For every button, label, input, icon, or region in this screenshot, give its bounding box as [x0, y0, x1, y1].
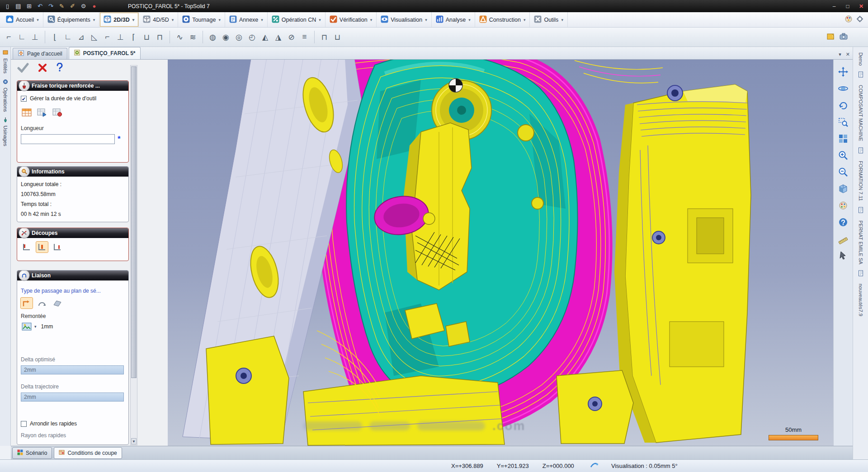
touch-mode-icon[interactable] — [844, 15, 853, 24]
tool-section-header[interactable]: Fraise torique renforcée ... — [17, 81, 128, 91]
liaison-header[interactable]: Liaison — [17, 271, 128, 280]
link-plane-icon[interactable] — [52, 298, 63, 308]
ribbon-tab-tools[interactable]: Outils▾ — [530, 12, 567, 27]
undo-icon[interactable]: ↶ — [35, 2, 45, 10]
ribbon-tab-verification[interactable]: Vérification▾ — [326, 12, 377, 27]
measure-icon[interactable] — [837, 233, 849, 245]
cam-tool-icon[interactable]: ∿ — [174, 30, 186, 44]
cam-tool-icon[interactable]: ∟ — [62, 30, 74, 44]
cam-tool-icon[interactable]: ∟ — [16, 30, 28, 44]
strip-tab-nouveautes[interactable]: nouveautés7.9 — [858, 284, 863, 316]
cam-tool-icon[interactable]: ≡ — [298, 30, 311, 44]
cut-full-icon[interactable] — [36, 242, 48, 252]
chevron-down-icon[interactable]: ▾ — [425, 18, 427, 22]
render-style-icon[interactable] — [837, 200, 849, 211]
chevron-down-icon[interactable]: ▾ — [172, 18, 174, 22]
cut-end-icon[interactable] — [52, 242, 63, 252]
save-icon[interactable]: ⊞ — [24, 2, 34, 10]
select-cursor-icon[interactable] — [837, 250, 849, 262]
link-direct-icon[interactable] — [21, 298, 33, 308]
redo-icon[interactable]: ↷ — [46, 2, 56, 10]
cam-tool-icon[interactable]: ⊔ — [331, 30, 344, 44]
chevron-down-icon[interactable]: ▾ — [132, 18, 135, 22]
ribbon-tab-equipment[interactable]: Équipements▾ — [43, 12, 100, 27]
chevron-down-icon[interactable]: ▾ — [93, 18, 95, 22]
cam-tool-icon[interactable]: ⊓ — [154, 30, 166, 44]
cam-tool-icon[interactable]: ⌈ — [127, 30, 140, 44]
ribbon-tab-home[interactable]: Accueil▾ — [2, 12, 43, 27]
close-tab-icon[interactable]: ✕ — [846, 51, 850, 57]
tool-copy-icon[interactable] — [52, 107, 63, 118]
3d-viewport-canvas[interactable] — [168, 60, 833, 446]
tab-scenario[interactable]: Scénario — [12, 447, 52, 459]
tool-table-icon[interactable] — [21, 107, 33, 118]
sidebar-tab-usinages[interactable]: Usinages — [3, 117, 8, 146]
tool-edit-icon[interactable] — [36, 107, 48, 118]
edit-icon[interactable]: ✎ — [57, 2, 66, 10]
tool-life-checkbox[interactable]: ✔ — [21, 96, 27, 102]
cam-tool-icon[interactable]: ◺ — [88, 30, 100, 44]
chevron-down-icon[interactable]: ▾ — [218, 18, 221, 22]
chevron-down-icon[interactable]: ▾ — [34, 324, 37, 329]
3d-viewport[interactable]: .com 50mm — [168, 60, 833, 446]
tab-list-icon[interactable]: ▾ — [839, 51, 841, 57]
zoom-window-icon[interactable] — [837, 116, 849, 128]
ribbon-tab-nc-operation[interactable]: Opération CN▾ — [268, 12, 326, 27]
ribbon-tab-milling-2d3d[interactable]: 2D/3D▾ — [99, 12, 139, 27]
cam-tool-icon[interactable]: ⊘ — [285, 30, 297, 44]
chevron-down-icon[interactable]: ▾ — [561, 18, 563, 22]
cam-tool-icon[interactable]: ◍ — [207, 30, 219, 44]
ribbon-tab-turning[interactable]: Tournage▾ — [178, 12, 225, 27]
passage-type-link[interactable]: Type de passage au plan de sé... — [21, 288, 125, 294]
cam-tool-icon[interactable]: ⌊ — [49, 30, 61, 44]
chevron-down-icon[interactable]: ▾ — [37, 18, 39, 22]
chevron-down-icon[interactable]: ▾ — [468, 18, 471, 22]
chevron-down-icon[interactable]: ▾ — [524, 18, 526, 22]
annotate-icon[interactable]: ✐ — [68, 2, 77, 10]
strip-tab-pernat-emile[interactable]: PERNAT EMILE SA — [858, 220, 863, 264]
cam-tool-icon[interactable]: ⌐ — [3, 30, 15, 44]
isometric-view-icon[interactable] — [837, 183, 849, 195]
link-arc-icon[interactable] — [36, 298, 48, 308]
help-icon[interactable] — [837, 216, 849, 228]
chevron-down-icon[interactable]: ▾ — [319, 18, 321, 22]
cancel-button[interactable] — [38, 63, 47, 74]
remontee-mode-icon[interactable] — [21, 321, 33, 332]
ribbon-options-icon[interactable] — [856, 15, 863, 24]
strip-tab-demo[interactable]: Demo — [858, 52, 863, 65]
cam-tool-icon[interactable]: ◭ — [259, 30, 271, 44]
cam-tool-icon[interactable]: ⊔ — [141, 30, 153, 44]
ribbon-tab-construction[interactable]: Construction▾ — [475, 12, 530, 27]
informations-header[interactable]: Informations — [17, 167, 128, 177]
settings-icon[interactable]: ⚙ — [79, 2, 88, 10]
close-button[interactable]: ✕ — [854, 0, 868, 12]
cam-tool-icon[interactable]: ⊥ — [114, 30, 127, 44]
strip-tab-composant-machine[interactable]: COMPOSANT MACHINE — [858, 85, 863, 141]
cam-tool-icon[interactable]: ⊿ — [75, 30, 87, 44]
maximize-button[interactable]: □ — [841, 0, 854, 12]
new-document-icon[interactable]: ▯ — [3, 2, 12, 10]
length-input[interactable] — [21, 134, 115, 144]
open-document-icon[interactable]: ▤ — [14, 2, 23, 10]
cam-tool-icon[interactable]: ◮ — [272, 30, 284, 44]
cam-tool-icon[interactable]: ≋ — [187, 30, 199, 44]
view-manager-icon[interactable] — [837, 133, 849, 145]
record-icon[interactable]: ● — [90, 2, 99, 10]
tab-postico-farol[interactable]: POSTIÇO_FAROL 5* — [69, 47, 141, 59]
ribbon-tab-analysis[interactable]: Analyse▾ — [432, 12, 475, 27]
camera-icon[interactable] — [839, 32, 848, 42]
arrondir-row[interactable]: Arrondir les rapides — [21, 421, 125, 427]
tool-life-row[interactable]: ✔ Gérer la durée de vie d'outil — [21, 95, 125, 102]
cam-tool-icon[interactable]: ⊥ — [29, 30, 41, 44]
arrondir-checkbox[interactable] — [21, 421, 27, 427]
scrollbar-thumb[interactable] — [131, 66, 137, 378]
cut-start-icon[interactable] — [21, 242, 33, 252]
previous-view-icon[interactable] — [837, 99, 849, 111]
chevron-down-icon[interactable]: ▾ — [261, 18, 263, 22]
panel-scrollbar[interactable]: ▼ — [130, 65, 137, 445]
zoom-in-icon[interactable] — [837, 150, 849, 161]
cam-tool-icon[interactable]: ◴ — [246, 30, 258, 44]
move-icon[interactable] — [837, 66, 849, 78]
strip-tab-formation[interactable]: FORMATION 7.11 — [858, 161, 863, 201]
ribbon-tab-visualization[interactable]: Visualisation▾ — [377, 12, 431, 27]
